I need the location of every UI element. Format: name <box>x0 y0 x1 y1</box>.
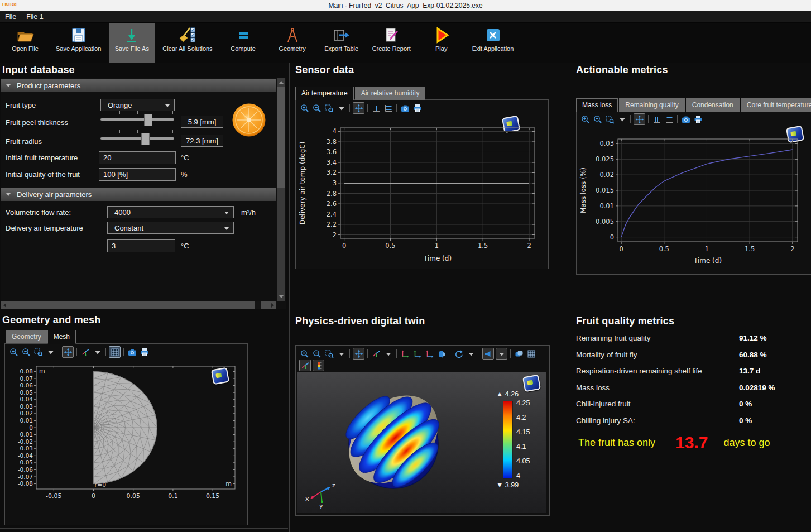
fruit-peel-thickness-slider[interactable] <box>100 111 174 125</box>
panel-splitter[interactable] <box>289 63 290 532</box>
scroll-down-icon[interactable] <box>279 295 284 298</box>
fruit-peel-thickness-value[interactable]: 5.9 [mm] <box>181 116 223 128</box>
default-3d-icon[interactable] <box>436 348 447 359</box>
x-grid-icon[interactable] <box>371 103 381 113</box>
rotate-icon[interactable] <box>453 348 464 359</box>
caret-icon[interactable] <box>336 348 347 359</box>
scrollbar-thumb[interactable] <box>277 87 285 188</box>
fruit-radius-value[interactable]: 72.3 [mm] <box>181 135 223 147</box>
geometry-tab-geometry[interactable]: Geometry <box>6 330 47 343</box>
delivery-air-temperature-input[interactable]: 3 <box>107 239 175 252</box>
zoom-out-icon[interactable] <box>592 114 603 124</box>
scroll-left-icon[interactable] <box>3 303 6 308</box>
menu-item-file[interactable]: File <box>0 11 21 22</box>
camera-icon[interactable] <box>400 103 410 113</box>
save-file-as-button[interactable]: Save File As <box>109 23 155 63</box>
caret-icon[interactable] <box>466 348 476 359</box>
zoom-out-icon[interactable] <box>311 103 322 113</box>
mesh-plot[interactable]: -0.0500.050.10.15-0.08-0.07-0.06-0.05-0.… <box>6 362 244 508</box>
axis-triad-icon[interactable] <box>371 348 381 359</box>
print-icon[interactable] <box>693 114 703 124</box>
geometry-tab-mesh[interactable]: Mesh <box>47 330 76 344</box>
y-grid-icon[interactable] <box>664 114 674 124</box>
zoom-in-icon[interactable] <box>580 114 591 124</box>
slider-track[interactable] <box>100 118 174 121</box>
print-icon[interactable] <box>412 103 423 113</box>
slider-thumb[interactable] <box>144 114 152 126</box>
delivery-air-temperature-select[interactable]: Constant <box>107 222 234 234</box>
export-table-button[interactable]: Export Table <box>319 23 364 63</box>
menu-item-file-1[interactable]: File 1 <box>21 11 49 22</box>
play-button[interactable]: Play <box>419 23 464 63</box>
zoom-extents-icon[interactable] <box>353 348 364 360</box>
exit-application-button[interactable]: Exit Application <box>468 23 519 63</box>
save-application-button[interactable]: Save Application <box>51 23 105 63</box>
zoom-in-icon[interactable] <box>299 348 310 359</box>
svg-text:1.5: 1.5 <box>745 245 755 253</box>
scrollbar-thumb[interactable] <box>255 301 261 309</box>
zoom-box-icon[interactable] <box>324 103 334 113</box>
fruit-radius-label: Fruit radius <box>6 137 42 146</box>
slider-thumb[interactable] <box>141 133 150 145</box>
view-xy-icon[interactable] <box>400 348 410 359</box>
camera-icon[interactable] <box>680 114 691 124</box>
scroll-up-icon[interactable] <box>279 81 284 84</box>
sensor-tab-air-temperature[interactable]: Air temperature <box>295 87 354 100</box>
caret-icon[interactable] <box>45 347 56 357</box>
initial-fruit-temperature-input[interactable]: 20 <box>99 151 176 164</box>
axis-triad-icon[interactable] <box>80 347 90 357</box>
zoom-box-icon[interactable] <box>604 114 615 124</box>
caret-icon[interactable] <box>92 347 103 357</box>
y-grid-icon[interactable] <box>383 103 393 113</box>
actionable-tab-mass-loss[interactable]: Mass loss <box>576 98 618 112</box>
create-report-button[interactable]: Create Report <box>368 23 415 63</box>
x-grid-icon[interactable] <box>651 114 662 124</box>
zoom-extents-icon[interactable] <box>634 113 645 125</box>
caret-icon[interactable] <box>383 348 393 359</box>
zoom-extents-icon[interactable] <box>62 346 74 358</box>
slider-track[interactable] <box>100 137 174 140</box>
actionable-tab-core-fruit-temperature[interactable]: Core fruit temperature <box>741 98 811 112</box>
grid-toggle-icon[interactable] <box>526 348 536 359</box>
caret-icon[interactable] <box>336 103 347 113</box>
clear-all-solutions-button[interactable]: Clear All Solutions <box>158 23 217 63</box>
caret-icon[interactable] <box>617 114 627 124</box>
zoom-box-icon[interactable] <box>324 348 334 359</box>
volumetric-flow-rate-select[interactable]: 4000 <box>107 206 234 218</box>
open-file-button[interactable]: Open File <box>2 23 48 63</box>
fruit-radius-slider[interactable] <box>100 130 174 144</box>
zoom-out-icon[interactable] <box>21 347 31 357</box>
zoom-box-icon[interactable] <box>33 347 44 357</box>
view-xz-icon[interactable] <box>424 348 435 359</box>
sensor-chart[interactable]: 00.511.5222.22.42.62.833.23.43.63.84Time… <box>297 118 544 267</box>
legend-toggle-icon[interactable] <box>313 360 324 371</box>
print-icon[interactable] <box>139 347 150 357</box>
fruit-type-select[interactable]: Orange <box>100 99 175 111</box>
horizontal-scrollbar[interactable] <box>1 301 276 309</box>
product-parameters-header[interactable]: Product parameters <box>1 79 276 92</box>
scene-light-icon[interactable] <box>514 348 524 359</box>
vertical-scrollbar[interactable] <box>277 78 285 301</box>
zoom-in-icon[interactable] <box>8 347 19 357</box>
axes-toggle-icon[interactable] <box>299 360 311 371</box>
zoom-extents-icon[interactable] <box>353 102 364 114</box>
svg-text:0.01: 0.01 <box>599 202 614 210</box>
initial-quality-input[interactable]: 100 [%] <box>99 168 176 181</box>
geometry-button[interactable]: Geometry <box>270 23 315 63</box>
camera-icon[interactable] <box>127 347 137 357</box>
view-yz-icon[interactable] <box>412 348 423 359</box>
actionable-tab-remaining-quality[interactable]: Remaining quality <box>619 98 684 112</box>
actionable-tab-condensation[interactable]: Condensation <box>686 98 740 112</box>
zoom-out-icon[interactable] <box>311 348 322 359</box>
sensor-tab-air-relative-humidity[interactable]: Air relative humidity <box>355 87 426 100</box>
scroll-right-icon[interactable] <box>271 303 274 308</box>
delivery-air-parameters-header[interactable]: Delivery air parameters <box>1 188 276 201</box>
zoom-in-icon[interactable] <box>299 103 310 113</box>
caret-icon[interactable] <box>496 348 507 360</box>
transparency-icon[interactable] <box>482 348 494 360</box>
fruit-type-value: Orange <box>108 101 132 109</box>
grid-toggle-icon[interactable] <box>109 346 121 358</box>
compute-button[interactable]: Compute <box>220 23 266 63</box>
mass-loss-chart[interactable]: 00.511.5200.0050.010.0150.020.0250.03Tim… <box>578 131 805 270</box>
twin-3d-viewport[interactable]: ▲ 4.26 4.254.24.154.14.054 ▼ 3.99 <box>297 372 546 513</box>
